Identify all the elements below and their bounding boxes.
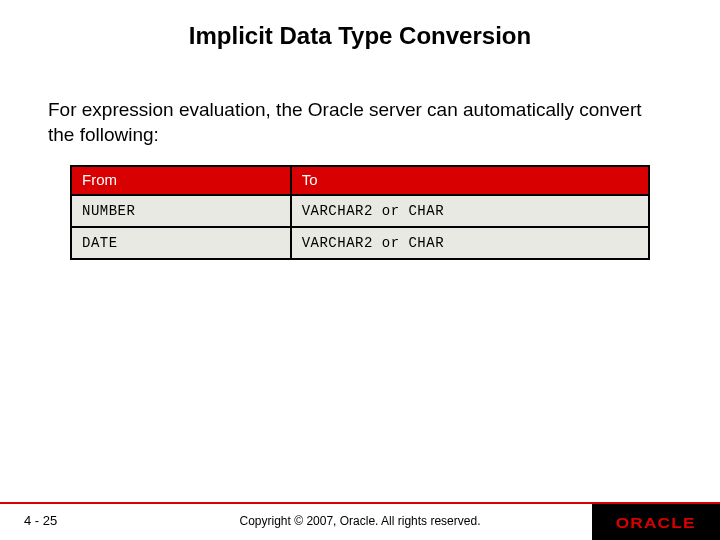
cell-from: DATE <box>71 227 291 259</box>
oracle-logo-text: ORACLE <box>616 514 696 531</box>
table: From To NUMBER VARCHAR2 or CHAR DATE VAR… <box>70 165 650 260</box>
intro-paragraph: For expression evaluation, the Oracle se… <box>0 98 720 147</box>
conversion-table: From To NUMBER VARCHAR2 or CHAR DATE VAR… <box>70 165 650 260</box>
slide: Implicit Data Type Conversion For expres… <box>0 0 720 540</box>
table-row: NUMBER VARCHAR2 or CHAR <box>71 195 649 227</box>
cell-to: VARCHAR2 or CHAR <box>291 227 649 259</box>
table-row: DATE VARCHAR2 or CHAR <box>71 227 649 259</box>
cell-from: NUMBER <box>71 195 291 227</box>
oracle-logo: ORACLE <box>592 504 720 540</box>
col-header-from: From <box>71 166 291 195</box>
cell-to: VARCHAR2 or CHAR <box>291 195 649 227</box>
page-title: Implicit Data Type Conversion <box>0 0 720 50</box>
col-header-to: To <box>291 166 649 195</box>
table-header-row: From To <box>71 166 649 195</box>
footer: 4 - 25 Copyright © 2007, Oracle. All rig… <box>0 504 720 540</box>
